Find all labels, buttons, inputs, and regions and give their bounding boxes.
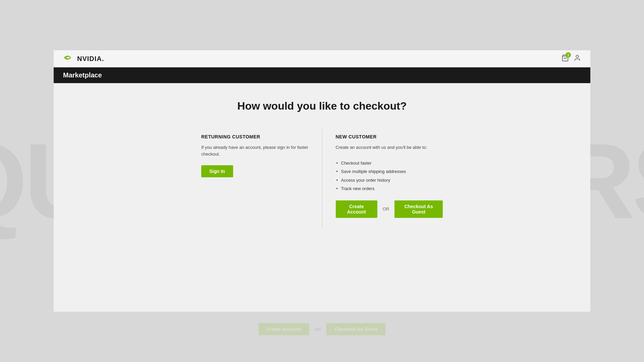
new-customer-panel: NEW CUSTOMER Create an account with us a… bbox=[322, 127, 450, 228]
ghost-checkout-guest-button: Checkout As Guest bbox=[326, 323, 386, 335]
list-item: Track new orders bbox=[336, 184, 443, 193]
svg-point-1 bbox=[576, 55, 578, 58]
user-account-button[interactable] bbox=[574, 54, 581, 63]
action-row: Create Account OR Checkout As Guest bbox=[336, 200, 443, 218]
returning-customer-title: RETURNING CUSTOMER bbox=[201, 134, 309, 139]
ghost-create-account-button: Create Account bbox=[258, 323, 309, 335]
logo-area: NVIDIA. bbox=[63, 55, 104, 63]
or-separator: OR bbox=[383, 206, 389, 212]
bottom-ghost-reflection: Create Account OR Checkout As Guest bbox=[258, 323, 385, 335]
checkout-as-guest-button[interactable]: Checkout As Guest bbox=[394, 200, 443, 218]
cart-badge: 1 bbox=[566, 52, 571, 58]
sign-in-button[interactable]: Sign In bbox=[201, 165, 233, 177]
returning-customer-panel: RETURNING CUSTOMER If you already have a… bbox=[195, 127, 322, 228]
cart-button[interactable]: 1 bbox=[561, 54, 569, 63]
benefits-list: Checkout faster Save multiple shipping a… bbox=[336, 159, 443, 193]
list-item: Access your order history bbox=[336, 176, 443, 185]
new-customer-intro: Create an account with us and you'll be … bbox=[336, 144, 443, 151]
nav-title: Marketplace bbox=[63, 71, 102, 79]
create-account-button[interactable]: Create Account bbox=[336, 200, 377, 218]
nav-bar: Marketplace bbox=[54, 67, 590, 83]
ghost-or-text: OR bbox=[314, 327, 321, 332]
nvidia-wordmark: NVIDIA. bbox=[77, 55, 104, 63]
page-title: How would you like to checkout? bbox=[237, 100, 407, 112]
nvidia-logo-icon bbox=[63, 55, 75, 63]
user-icon bbox=[574, 54, 581, 62]
new-customer-title: NEW CUSTOMER bbox=[336, 134, 443, 139]
returning-customer-description: If you already have an account, please s… bbox=[201, 144, 309, 157]
header-icons: 1 bbox=[561, 54, 581, 63]
list-item: Checkout faster bbox=[336, 159, 443, 168]
content-area: How would you like to checkout? RETURNIN… bbox=[54, 83, 590, 312]
main-container: NVIDIA. 1 Marketplace bbox=[54, 50, 590, 312]
header: NVIDIA. 1 bbox=[54, 50, 590, 67]
checkout-options: RETURNING CUSTOMER If you already have a… bbox=[195, 127, 449, 228]
list-item: Save multiple shipping addresses bbox=[336, 167, 443, 176]
nvidia-logo: NVIDIA. bbox=[63, 55, 104, 63]
